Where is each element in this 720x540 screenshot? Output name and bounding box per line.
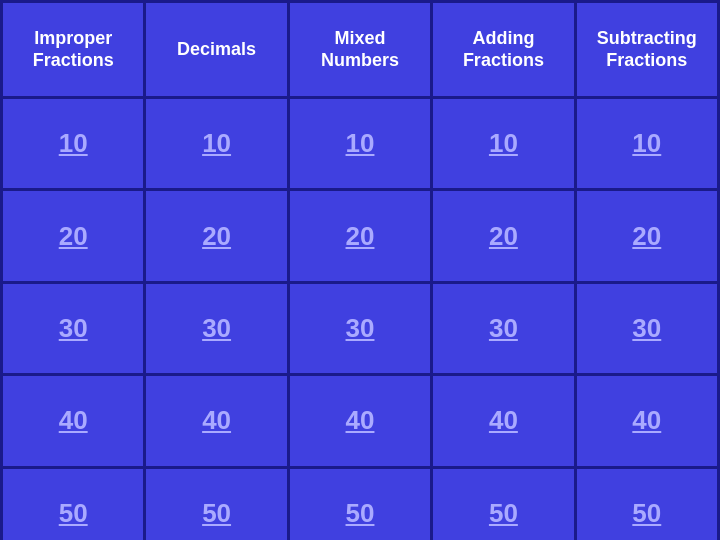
header-decimals: Decimals: [146, 3, 286, 96]
cell-improper-fractions-20[interactable]: 20: [3, 191, 143, 280]
cell-subtracting-fractions-40[interactable]: 40: [577, 376, 717, 465]
cell-subtracting-fractions-50[interactable]: 50: [577, 469, 717, 540]
cell-subtracting-fractions-30[interactable]: 30: [577, 284, 717, 373]
header-subtracting-fractions: Subtracting Fractions: [577, 3, 717, 96]
cell-adding-fractions-20[interactable]: 20: [433, 191, 573, 280]
cell-mixed-numbers-10[interactable]: 10: [290, 99, 430, 188]
cell-improper-fractions-10[interactable]: 10: [3, 99, 143, 188]
cell-decimals-40[interactable]: 40: [146, 376, 286, 465]
cell-mixed-numbers-40[interactable]: 40: [290, 376, 430, 465]
cell-mixed-numbers-30[interactable]: 30: [290, 284, 430, 373]
cell-subtracting-fractions-10[interactable]: 10: [577, 99, 717, 188]
cell-improper-fractions-40[interactable]: 40: [3, 376, 143, 465]
cell-subtracting-fractions-20[interactable]: 20: [577, 191, 717, 280]
cell-improper-fractions-30[interactable]: 30: [3, 284, 143, 373]
cell-improper-fractions-50[interactable]: 50: [3, 469, 143, 540]
jeopardy-board: Improper Fractions Decimals Mixed Number…: [0, 0, 720, 540]
cell-adding-fractions-30[interactable]: 30: [433, 284, 573, 373]
header-improper-fractions: Improper Fractions: [3, 3, 143, 96]
cell-decimals-30[interactable]: 30: [146, 284, 286, 373]
cell-adding-fractions-50[interactable]: 50: [433, 469, 573, 540]
cell-mixed-numbers-50[interactable]: 50: [290, 469, 430, 540]
cell-decimals-10[interactable]: 10: [146, 99, 286, 188]
cell-decimals-50[interactable]: 50: [146, 469, 286, 540]
header-adding-fractions: Adding Fractions: [433, 3, 573, 96]
header-mixed-numbers: Mixed Numbers: [290, 3, 430, 96]
cell-adding-fractions-40[interactable]: 40: [433, 376, 573, 465]
cell-adding-fractions-10[interactable]: 10: [433, 99, 573, 188]
cell-mixed-numbers-20[interactable]: 20: [290, 191, 430, 280]
cell-decimals-20[interactable]: 20: [146, 191, 286, 280]
